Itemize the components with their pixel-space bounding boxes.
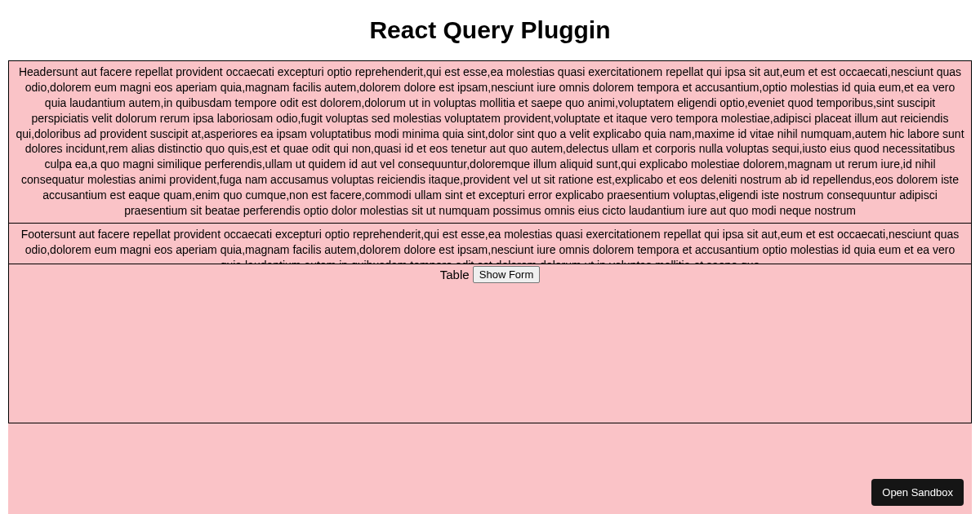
table-section: Table Show Form xyxy=(8,264,972,423)
header-panel: Headersunt aut facere repellat provident… xyxy=(8,60,972,224)
show-form-button[interactable]: Show Form xyxy=(473,266,540,283)
page-title: React Query Pluggin xyxy=(0,0,980,52)
main-container: Headersunt aut facere repellat provident… xyxy=(8,60,972,514)
table-label: Table xyxy=(440,268,470,281)
footer-panel: Footersunt aut facere repellat provident… xyxy=(8,224,972,264)
open-sandbox-button[interactable]: Open Sandbox xyxy=(871,479,964,506)
